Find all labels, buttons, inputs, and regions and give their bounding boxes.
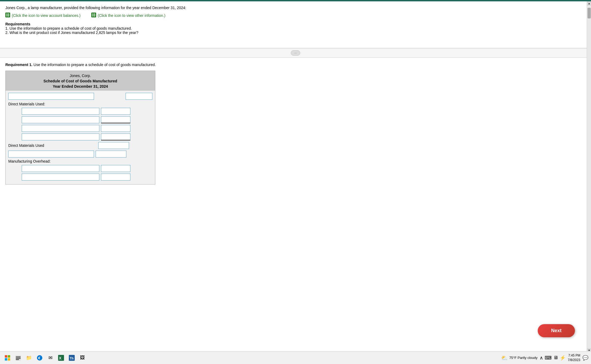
dm-row-1 [22, 108, 152, 115]
icon-links: (Click the icon to view account balances… [5, 13, 586, 18]
taskbar: 📁 ✉ X Th 🖼 ⛅ 75°F Partly cloudy ∧ ⌨ 🖥 ⚡ [0, 351, 591, 364]
dm-used-total-row: Direct Materials Used [8, 142, 152, 149]
schedule-body: Direct Materials Used: [6, 91, 155, 184]
manufacturing-overhead-label: Manufacturing Overhead: [8, 159, 152, 163]
taskbar-photos[interactable]: 🖼 [78, 353, 87, 363]
dm-used-total-label: Direct Materials Used [8, 143, 62, 148]
time: 7:45 PM [568, 353, 580, 358]
svg-point-18 [37, 355, 42, 361]
taskbar-search[interactable] [13, 353, 23, 363]
next-button[interactable]: Next [538, 324, 575, 337]
moh-row-2 [22, 174, 152, 181]
svg-text:Th: Th [70, 357, 74, 360]
bottom-pane: Requirement 1. Use the information to pr… [0, 58, 591, 187]
requirement-title: Requirement 1. Use the information to pr… [5, 63, 586, 67]
chat-icon[interactable]: 💬 [582, 355, 588, 361]
direct-materials-label: Direct Materials Used: [8, 102, 152, 106]
schedule-title: Schedule of Cost of Goods Manufactured [6, 79, 155, 83]
req2: 2. What is the unit product cost if Jone… [5, 30, 586, 35]
weather-area: ⛅ 75°F Partly cloudy [501, 355, 538, 361]
svg-rect-10 [5, 355, 7, 358]
taskbar-edge[interactable] [35, 353, 44, 363]
svg-text:X: X [59, 356, 62, 360]
splitter[interactable]: ··· [0, 48, 591, 58]
schedule-header: Jones, Corp. Schedule of Cost of Goods M… [6, 71, 155, 91]
dm-value-2[interactable] [101, 116, 130, 123]
req1-text: Use the information to prepare a schedul… [33, 63, 156, 67]
taskbar-start[interactable] [3, 353, 12, 363]
other-info-link[interactable]: (Click the icon to view other informatio… [91, 13, 165, 18]
page-wrapper: Jones Corp., a lamp manufacturer, provid… [0, 1, 591, 352]
monitor-icon[interactable]: 🖥 [553, 355, 558, 361]
keyboard-icon[interactable]: ⌨ [545, 355, 552, 361]
top-row [8, 93, 152, 100]
other-info-label: (Click the icon to view other informatio… [98, 13, 165, 18]
dm-row-3 [22, 125, 152, 132]
schedule-container: Jones, Corp. Schedule of Cost of Goods M… [5, 71, 155, 185]
time-area[interactable]: 7:45 PM 7/8/2023 [568, 353, 580, 362]
main-scroll-thumb[interactable] [588, 8, 591, 18]
taskbar-mail[interactable]: ✉ [46, 353, 55, 363]
moh-value-1[interactable] [101, 165, 130, 172]
splitter-pill: ··· [291, 50, 300, 56]
main-scrollbar[interactable]: ▲ ▼ [587, 1, 591, 352]
dm-value-3[interactable] [101, 125, 130, 132]
taskbar-files[interactable]: 📁 [24, 353, 34, 363]
date: 7/8/2023 [568, 358, 580, 362]
dl-label-input[interactable] [8, 151, 94, 158]
dm-used-total-value[interactable] [98, 142, 129, 149]
requirements-heading: Requirements [5, 22, 30, 26]
dm-label-4[interactable] [22, 133, 99, 140]
account-balances-link[interactable]: (Click the icon to view account balances… [5, 13, 81, 18]
account-balances-label: (Click the icon to view account balances… [12, 13, 81, 18]
system-tray: ∧ ⌨ 🖥 ⚡ [540, 355, 566, 361]
dm-label-2[interactable] [22, 116, 99, 123]
svg-rect-15 [16, 357, 21, 357]
weather-temp: 75°F Partly cloudy [509, 356, 538, 360]
svg-rect-16 [16, 358, 21, 359]
top-value-input[interactable] [126, 93, 152, 100]
dm-row-2 [22, 116, 152, 123]
wifi-icon[interactable]: ⚡ [560, 355, 566, 361]
direct-labor-row [8, 151, 152, 158]
dm-value-4[interactable] [101, 133, 130, 140]
company-name: Jones, Corp. [6, 74, 155, 78]
schedule-period: Year Ended December 31, 2024 [6, 84, 155, 89]
dm-value-1[interactable] [101, 108, 130, 115]
req1-label: Requirement 1. [5, 63, 32, 67]
svg-rect-5 [91, 13, 96, 17]
dm-row-4 [22, 133, 152, 140]
taskbar-word[interactable]: Th [67, 353, 77, 363]
main-scroll-track [587, 6, 591, 348]
moh-rows [8, 165, 152, 181]
top-pane: Jones Corp., a lamp manufacturer, provid… [0, 1, 591, 48]
grid-icon-1 [5, 13, 10, 18]
req1: 1. Use the information to prepare a sche… [5, 26, 586, 30]
weather-icon: ⛅ [501, 355, 508, 361]
svg-rect-0 [5, 13, 10, 17]
svg-rect-11 [8, 355, 10, 358]
svg-rect-13 [8, 358, 10, 361]
dm-label-1[interactable] [22, 108, 99, 115]
dl-value-input[interactable] [96, 151, 126, 158]
moh-label-1[interactable] [22, 165, 99, 172]
top-title: Jones Corp., a lamp manufacturer, provid… [5, 6, 586, 10]
moh-value-2[interactable] [101, 174, 130, 181]
main-scroll-up[interactable]: ▲ [587, 1, 591, 6]
svg-rect-17 [16, 359, 19, 360]
grid-icon-2 [91, 13, 96, 18]
top-label-input[interactable] [8, 93, 94, 100]
taskbar-excel[interactable]: X [56, 353, 66, 363]
dm-label-3[interactable] [22, 125, 99, 132]
requirements: Requirements 1. Use the information to p… [5, 22, 586, 35]
dm-rows [8, 108, 152, 140]
svg-rect-12 [5, 358, 7, 361]
chevron-icon[interactable]: ∧ [540, 355, 543, 361]
next-button-container: Next [538, 324, 575, 337]
taskbar-right: ⛅ 75°F Partly cloudy ∧ ⌨ 🖥 ⚡ 7:45 PM 7/8… [501, 353, 588, 362]
moh-label-2[interactable] [22, 174, 99, 181]
moh-row-1 [22, 165, 152, 172]
